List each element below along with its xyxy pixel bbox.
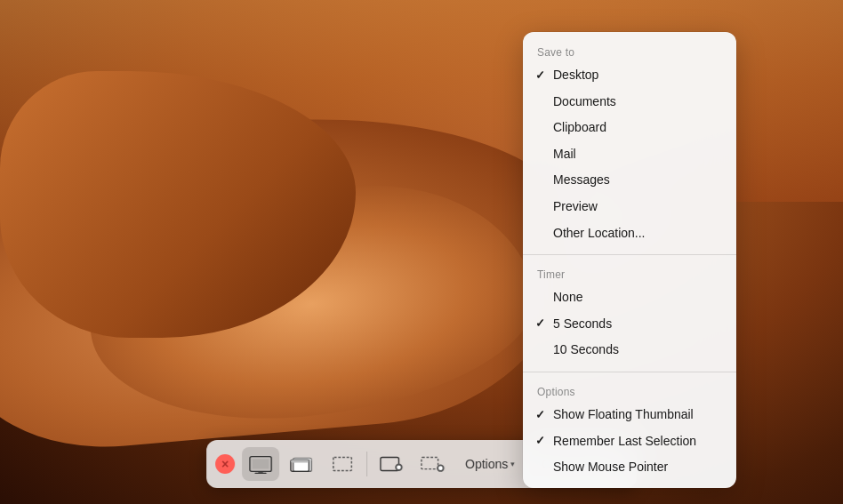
- toolbar-divider-1: [366, 452, 367, 476]
- options-dropdown: Save to ✓ Desktop Documents Clipboard Ma…: [523, 32, 736, 488]
- menu-item-show-mouse-pointer[interactable]: Show Mouse Pointer: [523, 454, 736, 481]
- separator-2: [523, 372, 736, 372]
- menu-item-messages[interactable]: Messages: [523, 167, 736, 194]
- svg-rect-2: [258, 471, 263, 472]
- check-desktop: ✓: [535, 68, 545, 84]
- close-button[interactable]: [215, 454, 235, 474]
- options-label: Options: [465, 457, 508, 471]
- options-section: Options ✓ Show Floating Thumbnail ✓ Reme…: [523, 377, 736, 488]
- menu-item-documents[interactable]: Documents: [523, 89, 736, 116]
- record-entire-screen-icon: [379, 454, 404, 474]
- check-floating-thumbnail: ✓: [535, 407, 545, 423]
- capture-window-icon: [289, 454, 314, 474]
- capture-window-button[interactable]: [283, 447, 320, 481]
- menu-item-10-seconds[interactable]: 10 Seconds: [523, 337, 736, 364]
- save-to-label: Save to: [523, 37, 736, 62]
- capture-entire-screen-icon: [248, 454, 273, 474]
- options-section-label: Options: [523, 377, 736, 402]
- menu-item-5-seconds[interactable]: ✓ 5 Seconds: [523, 311, 736, 338]
- capture-selection-button[interactable]: [324, 447, 361, 481]
- svg-rect-8: [333, 458, 352, 471]
- menu-item-none[interactable]: None: [523, 284, 736, 311]
- menu-item-show-floating-thumbnail[interactable]: ✓ Show Floating Thumbnail: [523, 402, 736, 428]
- timer-label: Timer: [523, 260, 736, 284]
- svg-point-14: [438, 466, 443, 470]
- svg-rect-1: [253, 459, 269, 468]
- menu-item-remember-last-selection[interactable]: ✓ Remember Last Selection: [523, 428, 736, 455]
- record-selection-icon: [420, 454, 445, 474]
- timer-section: Timer None ✓ 5 Seconds 10 Seconds: [523, 260, 736, 367]
- menu-item-desktop[interactable]: ✓ Desktop: [523, 62, 736, 89]
- record-selection-button[interactable]: [413, 447, 451, 481]
- options-button[interactable]: Options ▾: [454, 452, 526, 476]
- svg-point-11: [397, 465, 401, 469]
- separator-1: [523, 254, 736, 255]
- capture-selection-icon: [330, 454, 355, 474]
- check-remember-selection: ✓: [535, 433, 545, 449]
- check-5-seconds: ✓: [535, 316, 545, 332]
- menu-item-preview[interactable]: Preview: [523, 194, 736, 220]
- chevron-down-icon: ▾: [510, 460, 515, 468]
- svg-rect-3: [255, 473, 267, 474]
- capture-entire-screen-button[interactable]: [242, 447, 279, 481]
- record-entire-screen-button[interactable]: [373, 447, 410, 481]
- menu-item-mail[interactable]: Mail: [523, 141, 736, 168]
- save-to-section: Save to ✓ Desktop Documents Clipboard Ma…: [523, 32, 736, 250]
- menu-item-other-location[interactable]: Other Location...: [523, 220, 736, 247]
- svg-rect-12: [422, 458, 438, 469]
- svg-rect-7: [291, 460, 309, 462]
- menu-item-clipboard[interactable]: Clipboard: [523, 115, 736, 141]
